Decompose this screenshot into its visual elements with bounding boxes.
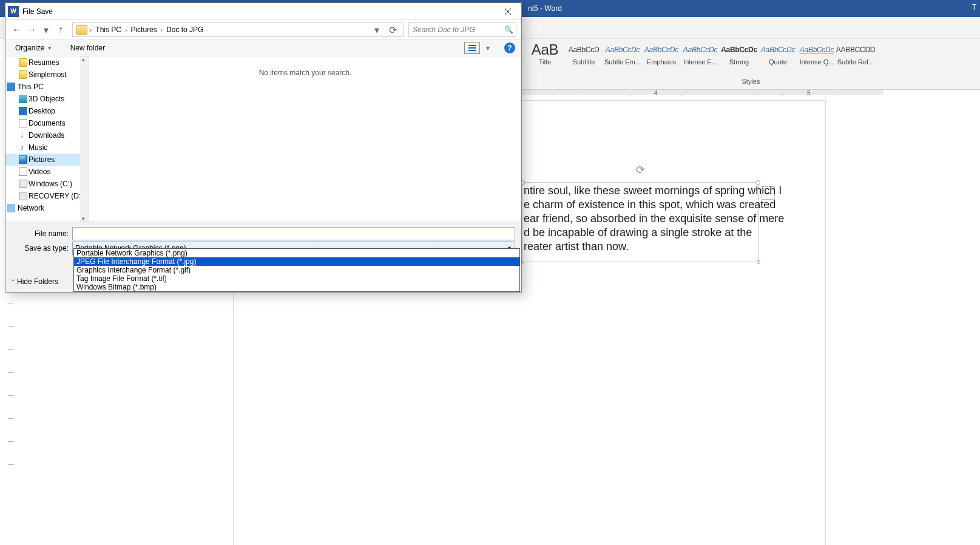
tree-item-icon (19, 131, 27, 140)
tree-item-icon (19, 70, 27, 79)
horizontal-ruler[interactable]: . . . . . 4 . . . . . 5 . . . . . 6 . . … (522, 90, 883, 101)
tree-item-icon (19, 180, 27, 188)
tree-item-label: Documents (29, 119, 66, 127)
style-item[interactable]: AaBbCcDcIntense E... (681, 40, 720, 67)
tree-item[interactable]: RECOVERY (D:) (5, 190, 89, 202)
breadcrumb-item[interactable]: This PC (92, 25, 125, 34)
dropdown-option[interactable]: Graphics Interchange Format (*.gif) (74, 266, 519, 274)
style-item[interactable]: AaBbCcDcEmphasis (642, 40, 681, 67)
dropdown-option[interactable]: Tag Image File Format (*.tif) (74, 274, 519, 283)
tree-item[interactable]: Network (5, 202, 89, 214)
tree-item-label: Pictures (29, 155, 55, 164)
back-button[interactable]: ← (10, 23, 24, 36)
tree-item-label: Downloads (29, 131, 64, 140)
dialog-nav-row: ← → ▾ ↑ › This PC › Pictures › Doc to JP… (5, 20, 521, 39)
save-as-type-label: Save as type: (12, 244, 72, 252)
style-label: Emphasis (643, 58, 680, 66)
recent-locations-button[interactable]: ▾ (39, 23, 53, 36)
style-item[interactable]: AaBTitle (525, 40, 564, 67)
style-item[interactable]: AaBbCcDcQuote (759, 40, 797, 67)
chevron-up-icon: ˄ (12, 279, 15, 285)
tree-item-icon (19, 119, 27, 127)
help-button[interactable]: ? (504, 42, 515, 53)
hide-folders-button[interactable]: ˄ Hide Folders (12, 277, 58, 286)
dropdown-option[interactable]: Portable Network Graphics (*.png) (74, 249, 519, 257)
view-dropdown-button[interactable]: ▾ (481, 41, 495, 55)
text-box-content[interactable]: ntire soul, like these sweet mornings of… (524, 184, 850, 254)
tree-item-icon (19, 58, 27, 67)
dropdown-option[interactable]: Windows Bitmap (*.bmp) (74, 283, 519, 291)
organize-button[interactable]: Organize ▼ (12, 42, 56, 53)
styles-gallery: AaBTitleAaBbCcDSubtitleAaBbCcDcSubtle Em… (522, 39, 980, 90)
tree-item[interactable]: Windows (C:) (5, 178, 89, 190)
tree-item[interactable]: 3D Objects (5, 93, 89, 105)
empty-message: No items match your search. (259, 69, 352, 77)
style-item[interactable]: AaBbCcDcSubtle Em... (603, 40, 642, 67)
close-icon (504, 8, 512, 15)
tree-item-label: RECOVERY (D:) (29, 192, 83, 200)
tree-scrollbar[interactable] (80, 56, 89, 222)
view-icon (468, 45, 476, 51)
tree-item-icon (19, 107, 27, 115)
tree-item[interactable]: Resumes (5, 56, 89, 69)
tree-item[interactable]: Documents (5, 117, 89, 129)
style-preview: AABBCCDD (837, 41, 874, 58)
tree-item[interactable]: Desktop (5, 105, 89, 117)
dialog-footer: File name: Save as type: Portable Networ… (5, 222, 521, 292)
file-list-pane[interactable]: No items match your search. (89, 56, 521, 222)
word-icon: W (8, 6, 19, 17)
style-label: Strong (720, 58, 758, 66)
style-label: Quote (759, 58, 797, 66)
up-button[interactable]: ↑ (54, 23, 67, 36)
tree-item[interactable]: Simplemost (5, 69, 89, 81)
tree-item-label: Simplemost (29, 70, 67, 79)
dialog-toolbar: Organize ▼ New folder ▾ ? (5, 39, 521, 56)
new-folder-button[interactable]: New folder (67, 42, 109, 53)
forward-button[interactable]: → (25, 23, 38, 36)
style-preview: AaBbCcDc (720, 41, 758, 58)
dialog-body: ResumesSimplemostThis PC3D ObjectsDeskto… (5, 56, 521, 222)
tree-item-label: Windows (C:) (29, 180, 72, 188)
tree-item-icon (19, 143, 27, 152)
new-folder-label: New folder (70, 44, 105, 52)
tree-item-label: Network (18, 204, 44, 212)
dialog-title: File Save (22, 7, 496, 16)
breadcrumb-item[interactable]: Doc to JPG (163, 25, 207, 34)
address-breadcrumb[interactable]: › This PC › Pictures › Doc to JPG ▾ ⟳ (72, 22, 404, 37)
tree-item[interactable]: Downloads (5, 129, 89, 141)
style-preview: AaBbCcDc (681, 41, 719, 58)
tree-item-icon (19, 155, 27, 164)
file-name-input[interactable] (72, 227, 515, 240)
address-dropdown-button[interactable]: ▾ (370, 23, 384, 36)
dialog-titlebar[interactable]: W File Save (5, 3, 521, 20)
style-preview: AaBbCcD (565, 41, 603, 58)
file-name-label: File name: (12, 229, 72, 238)
style-label: Subtitle (565, 58, 603, 66)
style-preview: AaBbCcDc (798, 41, 836, 58)
tree-item[interactable]: Pictures (5, 154, 89, 166)
organize-label: Organize (15, 44, 45, 52)
tree-item[interactable]: Music (5, 141, 89, 154)
close-button[interactable] (496, 3, 520, 20)
refresh-button[interactable]: ⟳ (386, 23, 399, 36)
tree-item-icon (19, 192, 27, 200)
style-preview: AaBbCcDc (759, 41, 797, 58)
rotate-handle-icon[interactable]: ⟳ (636, 163, 645, 177)
save-as-type-dropdown[interactable]: Portable Network Graphics (*.png)JPEG Fi… (73, 248, 520, 292)
tree-item[interactable]: Videos (5, 166, 89, 178)
tree-item[interactable]: This PC (5, 81, 89, 93)
view-button[interactable] (464, 42, 480, 54)
style-item[interactable]: AaBbCcDcStrong (720, 40, 759, 67)
style-item[interactable]: AABBCCDDSubtle Ref... (836, 40, 875, 67)
style-item[interactable]: AaBbCcDcIntense Q... (797, 40, 836, 67)
breadcrumb-item[interactable]: Pictures (127, 25, 160, 34)
folder-tree[interactable]: ResumesSimplemostThis PC3D ObjectsDeskto… (5, 56, 89, 222)
file-save-dialog: W File Save ← → ▾ ↑ › This PC › Pictures… (5, 2, 522, 293)
style-preview: AaB (526, 41, 564, 58)
styles-group-label: Styles (522, 78, 980, 85)
dropdown-option[interactable]: JPEG File Interchange Format (*.jpg) (74, 257, 519, 266)
style-item[interactable]: AaBbCcDSubtitle (564, 40, 603, 67)
search-box[interactable]: 🔍 (408, 22, 516, 37)
word-title-text: nt5 - Word (528, 4, 562, 13)
search-input[interactable] (413, 25, 504, 34)
